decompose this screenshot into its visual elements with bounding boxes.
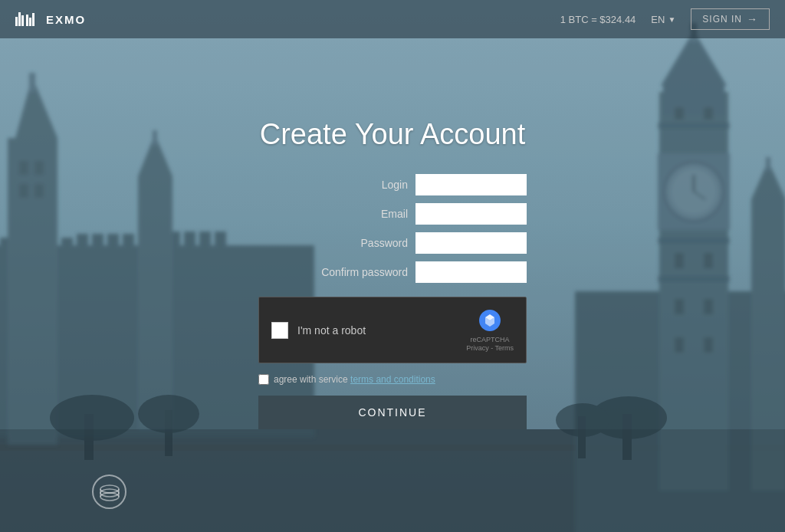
recaptcha-checkbox[interactable] — [271, 322, 288, 339]
confirm-password-input[interactable] — [415, 261, 527, 283]
recaptcha-brand-text: reCAPTCHA Privacy - Terms — [466, 336, 514, 353]
main-content: Create Your Account Login Email Password… — [0, 0, 785, 532]
recaptcha-left: I'm not a robot — [271, 322, 366, 339]
password-input[interactable] — [415, 232, 527, 254]
terms-link[interactable]: terms and conditions — [350, 374, 435, 385]
email-row: Email — [258, 203, 527, 225]
terms-text: agree with service terms and conditions — [274, 374, 435, 385]
confirm-password-label: Confirm password — [316, 266, 408, 278]
password-row: Password — [258, 232, 527, 254]
terms-row: agree with service terms and conditions — [258, 374, 527, 385]
recaptcha-label: I'm not a robot — [297, 324, 366, 337]
email-input[interactable] — [415, 203, 527, 225]
login-input[interactable] — [415, 174, 527, 195]
login-label: Login — [316, 179, 408, 191]
recaptcha-widget[interactable]: I'm not a robot reCAPTCHA Privacy - Term… — [258, 297, 527, 364]
login-row: Login — [258, 174, 527, 195]
page-title: Create Your Account — [260, 118, 525, 151]
password-label: Password — [316, 237, 408, 249]
email-label: Email — [316, 208, 408, 220]
recaptcha-right: reCAPTCHA Privacy - Terms — [466, 308, 514, 353]
confirm-password-row: Confirm password — [258, 261, 527, 283]
continue-button[interactable]: CONTINUE — [258, 396, 527, 429]
terms-checkbox[interactable] — [258, 374, 269, 385]
coin-icon — [92, 475, 126, 509]
registration-form: Login Email Password Confirm password I'… — [258, 174, 527, 430]
recaptcha-logo-icon — [478, 308, 502, 333]
coin-stack-icon — [97, 480, 122, 504]
